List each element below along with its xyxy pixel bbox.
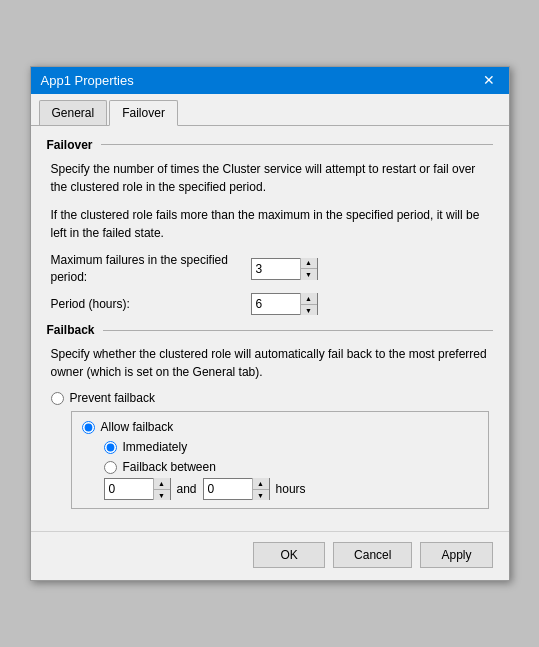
and-text: and (177, 482, 197, 496)
ok-button[interactable]: OK (253, 542, 325, 568)
failback-from-up-button[interactable]: ▲ (154, 478, 170, 489)
failback-between-label[interactable]: Failback between (104, 460, 216, 474)
allow-failback-radio[interactable] (82, 421, 95, 434)
prevent-failback-label[interactable]: Prevent failback (51, 391, 489, 405)
apply-button[interactable]: Apply (420, 542, 492, 568)
immediately-radio[interactable] (104, 441, 117, 454)
failback-to-spinner: ▲ ▼ (203, 478, 270, 500)
failback-from-spinner-buttons: ▲ ▼ (153, 478, 170, 500)
failback-between-inputs: ▲ ▼ and ▲ ▼ hours (104, 478, 478, 500)
max-failures-label: Maximum failures in the specified period… (51, 252, 251, 286)
failover-section-header: Failover (47, 138, 493, 152)
allow-failback-text: Allow failback (101, 420, 174, 434)
prevent-failback-radio[interactable] (51, 392, 64, 405)
failover-header-label: Failover (47, 138, 93, 152)
tab-content: Failover Specify the number of times the… (31, 126, 509, 528)
immediately-text: Immediately (123, 440, 188, 454)
max-failures-down-button[interactable]: ▼ (301, 268, 317, 280)
immediately-label[interactable]: Immediately (104, 440, 478, 454)
failback-between-radio[interactable] (104, 461, 117, 474)
failback-to-spinner-buttons: ▲ ▼ (252, 478, 269, 500)
allow-failback-container: Allow failback Immediately Failback betw… (51, 411, 493, 509)
period-row: Period (hours): ▲ ▼ (47, 293, 493, 315)
tab-general[interactable]: General (39, 100, 108, 125)
hours-text: hours (276, 482, 306, 496)
failover-divider (101, 144, 493, 145)
period-spinner-buttons: ▲ ▼ (300, 293, 317, 315)
failback-section-header: Failback (47, 323, 493, 337)
failback-from-spinner: ▲ ▼ (104, 478, 171, 500)
dialog: App1 Properties ✕ General Failover Failo… (30, 66, 510, 582)
prevent-failback-text: Prevent failback (70, 391, 155, 405)
max-failures-spinner: ▲ ▼ (251, 258, 318, 280)
max-failures-up-button[interactable]: ▲ (301, 258, 317, 269)
tab-failover[interactable]: Failover (109, 100, 178, 126)
period-up-button[interactable]: ▲ (301, 293, 317, 304)
title-bar: App1 Properties ✕ (31, 67, 509, 94)
max-failures-spinner-buttons: ▲ ▼ (300, 258, 317, 280)
failback-header-label: Failback (47, 323, 95, 337)
failback-divider (103, 330, 493, 331)
failback-from-down-button[interactable]: ▼ (154, 489, 170, 501)
tab-bar: General Failover (31, 94, 509, 126)
period-label: Period (hours): (51, 296, 251, 313)
dialog-title: App1 Properties (41, 73, 134, 88)
period-down-button[interactable]: ▼ (301, 304, 317, 316)
dialog-footer: OK Cancel Apply (31, 531, 509, 580)
failback-desc: Specify whether the clustered role will … (47, 345, 493, 381)
close-button[interactable]: ✕ (479, 73, 499, 87)
allow-failback-label[interactable]: Allow failback (82, 420, 478, 434)
prevent-failback-group: Prevent failback (47, 391, 493, 405)
period-spinner: ▲ ▼ (251, 293, 318, 315)
failback-to-input[interactable] (204, 479, 252, 499)
failback-between-text: Failback between (123, 460, 216, 474)
failback-from-input[interactable] (105, 479, 153, 499)
failback-to-down-button[interactable]: ▼ (253, 489, 269, 501)
failback-to-up-button[interactable]: ▲ (253, 478, 269, 489)
failback-between-row-outer: Failback between (104, 460, 478, 474)
max-failures-row: Maximum failures in the specified period… (47, 252, 493, 286)
period-input[interactable] (252, 294, 300, 314)
allow-failback-box: Allow failback Immediately Failback betw… (71, 411, 489, 509)
max-failures-input[interactable] (252, 259, 300, 279)
failover-desc1: Specify the number of times the Cluster … (47, 160, 493, 196)
failover-desc2: If the clustered role fails more than th… (47, 206, 493, 242)
cancel-button[interactable]: Cancel (333, 542, 412, 568)
